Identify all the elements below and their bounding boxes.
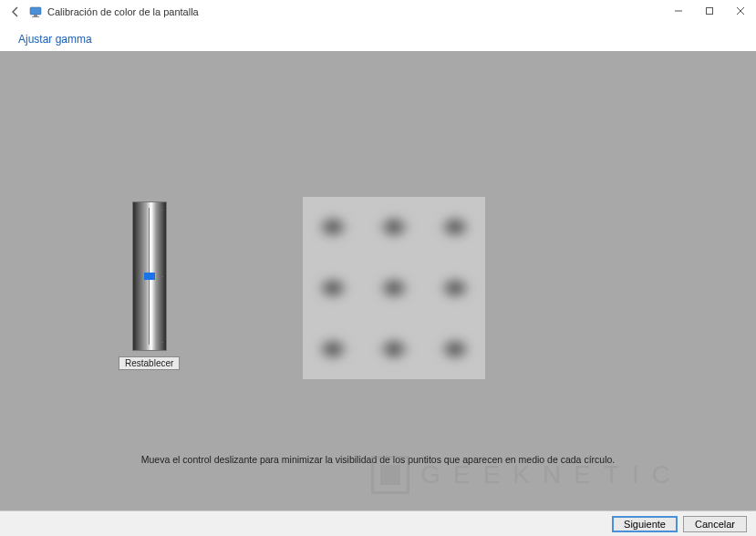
gamma-cell (303, 197, 364, 258)
gamma-dot-icon (374, 211, 414, 243)
gamma-cell (303, 258, 364, 319)
app-icon (29, 5, 42, 18)
close-button[interactable] (725, 0, 756, 22)
next-button[interactable]: Siguiente (612, 516, 678, 532)
gamma-cell (364, 258, 425, 319)
svg-rect-4 (707, 8, 713, 15)
gamma-cell (424, 318, 485, 379)
gamma-dot-icon (313, 211, 353, 243)
titlebar: Calibración de color de la pantalla (0, 0, 756, 24)
minimize-button[interactable] (663, 0, 694, 22)
gamma-cell (303, 318, 364, 379)
slider-tick (160, 210, 163, 211)
gamma-dot-icon (435, 272, 475, 304)
gamma-cell (364, 318, 425, 379)
footer-bar: Siguiente Cancelar (0, 510, 756, 536)
gamma-dot-icon (313, 333, 353, 366)
svg-rect-1 (34, 15, 37, 16)
gamma-calibration-grid (303, 197, 485, 379)
gamma-dot-icon (313, 272, 353, 304)
slider-tick (160, 342, 163, 343)
display-color-calibration-window: Calibración de color de la pantalla Ajus… (0, 0, 756, 536)
gamma-dot-icon (435, 211, 475, 243)
svg-rect-0 (30, 7, 41, 15)
back-arrow-icon (9, 5, 22, 18)
svg-rect-2 (32, 16, 39, 17)
slider-tick (160, 276, 163, 277)
content-area: Restablecer Mueva el control deslizante … (0, 51, 756, 510)
window-controls (663, 0, 756, 22)
gamma-dot-icon (374, 272, 414, 304)
slider-thumb[interactable] (144, 273, 155, 280)
gamma-dot-icon (374, 333, 414, 366)
maximize-button[interactable] (694, 0, 725, 22)
content-inner: Restablecer Mueva el control deslizante … (0, 51, 756, 510)
back-button[interactable] (5, 2, 26, 22)
gamma-cell (424, 197, 485, 258)
gamma-cell (424, 258, 485, 319)
gamma-cell (364, 197, 425, 258)
instruction-text: Mueva el control deslizante para minimiz… (0, 454, 756, 465)
window-title: Calibración de color de la pantalla (47, 6, 199, 17)
page-heading: Ajustar gamma (0, 24, 756, 51)
cancel-button[interactable]: Cancelar (683, 516, 747, 532)
gamma-dot-icon (435, 333, 475, 366)
gamma-slider-group: Restablecer (119, 201, 180, 370)
gamma-slider[interactable] (132, 201, 167, 351)
reset-button[interactable]: Restablecer (119, 356, 180, 370)
